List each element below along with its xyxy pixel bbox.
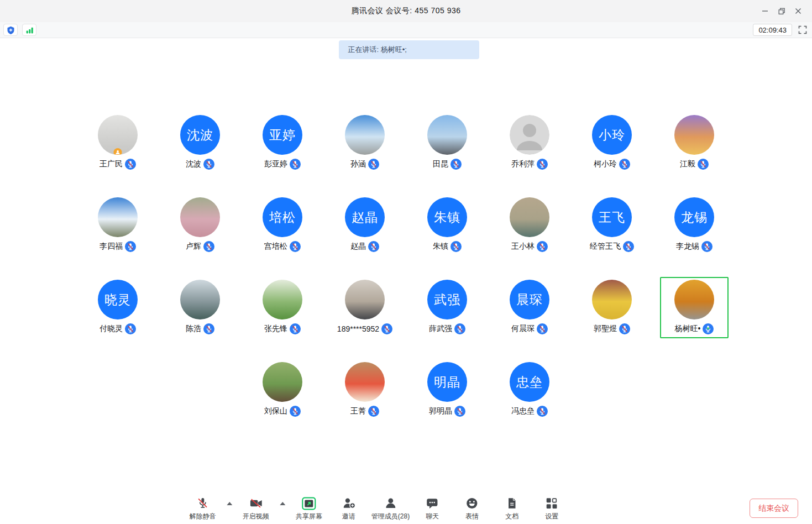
avatar: 晨琛 [510, 280, 549, 319]
avatar [180, 280, 220, 319]
participant-tile[interactable]: 沈波沈波 [159, 112, 242, 174]
participant-tile[interactable]: 张先锋 [242, 277, 324, 338]
participant-tile[interactable]: 刘保山 [242, 359, 324, 421]
participant-name: 189****5952 [337, 324, 379, 333]
participant-name: 宫培松 [264, 242, 287, 251]
participant-tile[interactable]: 田昆 [406, 112, 489, 174]
window-title: 腾讯会议 会议号: 455 705 936 [351, 6, 460, 16]
mic-muted-icon [450, 159, 462, 170]
mic-muted-icon [290, 323, 301, 334]
participant-tile[interactable]: 赵晶赵晶 [324, 195, 406, 256]
participant-box: 陈浩 [166, 277, 234, 338]
participant-tile[interactable]: 朱镇朱镇 [406, 195, 489, 256]
start-video-options-caret[interactable] [279, 496, 286, 511]
avatar: 培松 [263, 197, 302, 237]
toolbar-share-screen-button[interactable]: 共享屏幕 [292, 496, 326, 521]
participant-name: 赵晶 [350, 242, 366, 251]
close-button[interactable] [790, 3, 806, 19]
participant-box: 小玲柯小玲 [578, 112, 646, 174]
participant-tile[interactable]: 乔利萍 [489, 112, 571, 174]
toolbar-chat-button[interactable]: 聊天 [415, 496, 449, 521]
participant-tile[interactable]: 杨树旺• [653, 277, 736, 338]
toolbar-settings-button[interactable]: 设置 [535, 496, 569, 521]
participant-name: 何晨琛 [511, 324, 535, 334]
toolbar-start-video-button[interactable]: 开启视频 [239, 496, 273, 521]
mic-muted-icon [454, 323, 465, 334]
participant-name-row: 赵晶 [350, 240, 379, 252]
mic-muted-icon [450, 241, 462, 252]
avatar-initials: 朱镇 [434, 209, 460, 226]
participant-name: 柯小玲 [594, 159, 617, 169]
mic-muted-icon [537, 323, 548, 334]
toolbar-unmute-button[interactable]: 解除静音 [186, 496, 220, 521]
avatar-initials: 小玲 [599, 127, 625, 144]
toolbar-docs-button[interactable]: 文档 [495, 496, 529, 521]
avatar [427, 115, 467, 155]
participant-name: 李龙锡 [676, 242, 699, 251]
participant-tile[interactable]: 晨琛何晨琛 [489, 277, 571, 338]
fullscreen-button[interactable] [797, 24, 809, 36]
avatar-initials: 亚婷 [269, 127, 296, 144]
participant-tile[interactable]: 龙锡李龙锡 [653, 195, 736, 256]
participant-tile[interactable]: 武强薛武强 [406, 277, 489, 338]
participant-row: 晓灵付晓灵 陈浩 张先锋 189****5952 武强薛武强 晨琛何晨琛 [0, 277, 812, 359]
participant-box: 武强薛武强 [413, 277, 481, 338]
avatar [180, 197, 220, 237]
avatar: 亚婷 [263, 115, 302, 155]
avatar: 王飞 [592, 197, 632, 237]
participant-tile[interactable]: 小玲柯小玲 [571, 112, 653, 174]
toolbar-invite-label: 邀请 [342, 512, 355, 521]
avatar [592, 280, 632, 319]
participant-name: 李四福 [99, 242, 123, 251]
mic-muted-icon [381, 323, 392, 334]
participant-name-row: 朱镇 [433, 240, 462, 252]
restore-button[interactable] [773, 3, 790, 19]
participant-tile[interactable]: 李四福 [77, 195, 159, 256]
participant-box: 189****5952 [323, 277, 407, 338]
participant-name: 陈浩 [186, 324, 201, 334]
participant-tile[interactable]: 王飞经管王飞 [571, 195, 653, 256]
security-shield-button[interactable] [3, 24, 18, 36]
security-shield-icon [7, 26, 15, 34]
participant-tile[interactable]: 王广民 [77, 112, 159, 174]
participant-tile[interactable]: 陈浩 [159, 277, 242, 338]
participant-name: 彭亚婷 [264, 159, 287, 169]
avatar-initials: 赵晶 [352, 209, 378, 226]
toolbar-invite-button[interactable]: 邀请 [332, 496, 366, 521]
participant-tile[interactable]: 江毅 [653, 112, 736, 174]
bottom-toolbar: 解除静音 开启视频 共享屏幕 邀请 管理成员(28) 聊天 表情 文档 [0, 492, 812, 524]
mic-muted-icon [125, 241, 136, 252]
participant-name-row: 189****5952 [337, 323, 392, 334]
participant-name: 王广民 [99, 159, 123, 169]
network-signal-button[interactable] [22, 24, 36, 36]
participant-tile[interactable]: 亚婷彭亚婷 [242, 112, 324, 174]
avatar: 武强 [427, 280, 467, 319]
toolbar-settings-label: 设置 [545, 512, 558, 521]
participant-tile[interactable]: 晓灵付晓灵 [77, 277, 159, 338]
toolbar-emoji-button[interactable]: 表情 [455, 496, 489, 521]
participant-name: 王菁 [350, 406, 366, 416]
unmute-options-caret[interactable] [226, 496, 233, 511]
participant-tile[interactable]: 189****5952 [324, 277, 406, 338]
avatar [510, 197, 549, 237]
participant-tile[interactable]: 王小林 [489, 195, 571, 256]
participant-name: 乔利萍 [511, 159, 535, 169]
status-toolbar: 02:09:43 [0, 22, 812, 38]
participant-box: 王小林 [495, 195, 564, 256]
participant-tile[interactable]: 王菁 [324, 359, 406, 421]
participant-tile[interactable]: 明晶郭明晶 [406, 359, 489, 421]
participant-tile[interactable]: 孙涵 [324, 112, 406, 174]
toolbar-share-screen-label: 共享屏幕 [296, 512, 322, 521]
participant-box: 朱镇朱镇 [413, 195, 481, 256]
participant-name-row: 杨树旺• [675, 323, 714, 334]
participant-tile[interactable]: 卢辉 [159, 195, 242, 256]
participant-tile[interactable]: 郭聖煜 [571, 277, 653, 338]
participant-name-row: 郭聖煜 [594, 323, 630, 334]
participant-tile[interactable]: 忠垒冯忠垒 [489, 359, 571, 421]
participant-box: 王广民 [83, 112, 152, 174]
participant-tile[interactable]: 培松宫培松 [242, 195, 324, 256]
end-meeting-button[interactable]: 结束会议 [750, 499, 798, 518]
minimize-button[interactable] [757, 3, 773, 19]
toolbar-manage-members-button[interactable]: 管理成员(28) [371, 496, 410, 521]
participant-name: 郭聖煜 [594, 324, 617, 334]
